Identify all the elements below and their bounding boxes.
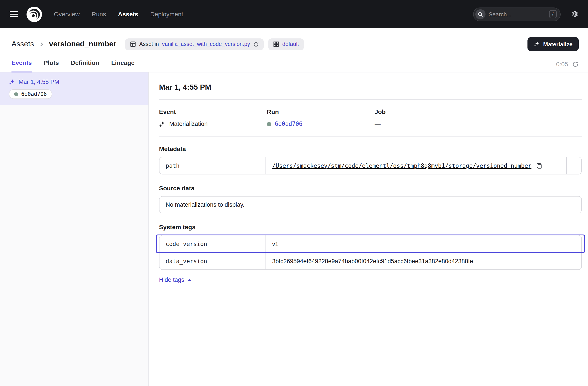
refresh-countdown: 0:05 [556, 61, 568, 68]
tab-plots[interactable]: Plots [44, 59, 59, 72]
fact-run-label: Run [267, 108, 375, 115]
tab-lineage[interactable]: Lineage [111, 59, 134, 72]
table-row-data-version: data_version 3bfc269594ef649228e9a74bab0… [160, 252, 581, 269]
top-navigation-bar: Overview Runs Assets Deployment / [0, 0, 588, 28]
run-id-text: 6e0ad706 [21, 91, 47, 97]
dagster-logo[interactable] [26, 6, 42, 22]
tab-definition[interactable]: Definition [71, 59, 99, 72]
event-timestamp: Mar 1, 4:55 PM [19, 79, 60, 85]
materialize-button[interactable]: Materialize [527, 37, 579, 51]
metadata-action-cell [566, 157, 581, 174]
system-tags-heading: System tags [159, 223, 582, 231]
search-icon [475, 9, 485, 19]
copy-icon[interactable] [536, 162, 543, 169]
materialization-sparkle-icon [159, 121, 166, 127]
event-list-item-selected[interactable]: Mar 1, 4:55 PM 6e0ad706 [0, 72, 148, 105]
materialization-sparkle-icon [9, 79, 15, 85]
asset-file-link[interactable]: vanilla_asset_with_code_version.py [162, 41, 250, 47]
tag-value: 3bfc269594ef649228e9a74bab00f042efc91d5a… [266, 253, 581, 269]
tag-key: code_version [160, 235, 266, 252]
table-icon [130, 41, 136, 47]
tag-key: data_version [160, 253, 266, 269]
fact-run: Run 6e0ad706 [267, 108, 375, 127]
fact-event-label: Event [159, 108, 267, 115]
page-title: versioned_number [49, 40, 116, 49]
run-id-pill[interactable]: 6e0ad706 [9, 89, 52, 99]
run-id-link[interactable]: 6e0ad706 [275, 121, 302, 127]
nav-item-deployment[interactable]: Deployment [150, 11, 183, 18]
asset-badge-prefix: Asset in [139, 41, 159, 47]
refresh-icon[interactable] [572, 61, 579, 67]
hamburger-menu-icon[interactable] [10, 11, 18, 17]
source-data-heading: Source data [159, 185, 582, 192]
gear-icon[interactable] [570, 10, 578, 18]
fact-job-value: — [375, 121, 380, 127]
fact-job-label: Job [375, 108, 483, 115]
nav-item-assets[interactable]: Assets [118, 11, 138, 18]
metadata-key: path [160, 157, 266, 174]
tab-events[interactable]: Events [11, 59, 32, 72]
primary-nav: Overview Runs Assets Deployment [54, 11, 183, 18]
metadata-path-link[interactable]: /Users/smackesey/stm/code/elementl/oss/t… [272, 162, 531, 169]
table-row-code-version: code_version v1 [160, 235, 581, 252]
event-detail-title: Mar 1, 4:55 PM [159, 83, 582, 92]
metadata-table: path /Users/smackesey/stm/code/elementl/… [159, 157, 582, 174]
event-facts-row: Event Materialization Run [159, 108, 582, 127]
asset-group-badge: default [268, 38, 304, 50]
chevron-right-icon [39, 41, 45, 47]
fact-event-value: Materialization [169, 121, 208, 127]
materialize-label: Materialize [543, 41, 572, 47]
hide-tags-label: Hide tags [159, 276, 184, 283]
caret-up-icon [187, 279, 192, 281]
run-status-dot [14, 92, 18, 96]
table-row: path /Users/smackesey/stm/code/elementl/… [160, 157, 581, 174]
run-status-dot [267, 122, 271, 126]
fact-job: Job — [375, 108, 483, 127]
app-root: Overview Runs Assets Deployment / Assets [0, 0, 588, 386]
tab-bar: Events Plots Definition Lineage 0:05 [0, 51, 588, 72]
search-input[interactable] [489, 11, 546, 18]
nav-item-runs[interactable]: Runs [92, 11, 106, 18]
reload-code-icon[interactable] [253, 41, 259, 47]
global-search[interactable]: / [473, 7, 561, 21]
nav-item-overview[interactable]: Overview [54, 11, 80, 18]
search-shortcut-hint: / [549, 10, 557, 18]
event-list-sidebar: Mar 1, 4:55 PM 6e0ad706 [0, 72, 149, 386]
event-detail-panel: Mar 1, 4:55 PM Event Materialization [149, 72, 588, 386]
metadata-heading: Metadata [159, 145, 582, 152]
tag-value: v1 [266, 235, 581, 252]
page-header: Assets versioned_number Asset in vanilla… [0, 28, 588, 51]
fact-event: Event Materialization [159, 108, 267, 127]
refresh-timer: 0:05 [556, 61, 579, 72]
sparkle-icon [533, 41, 540, 47]
hide-tags-link[interactable]: Hide tags [159, 276, 192, 283]
asset-source-badge: Asset in vanilla_asset_with_code_version… [125, 38, 264, 50]
system-tags-table: code_version v1 data_version 3bfc269594e… [159, 235, 582, 270]
source-data-empty-state: No materializations to display. [159, 196, 582, 213]
breadcrumb-assets-link[interactable]: Assets [11, 40, 34, 49]
group-link[interactable]: default [282, 41, 299, 47]
grid-icon [273, 41, 279, 47]
